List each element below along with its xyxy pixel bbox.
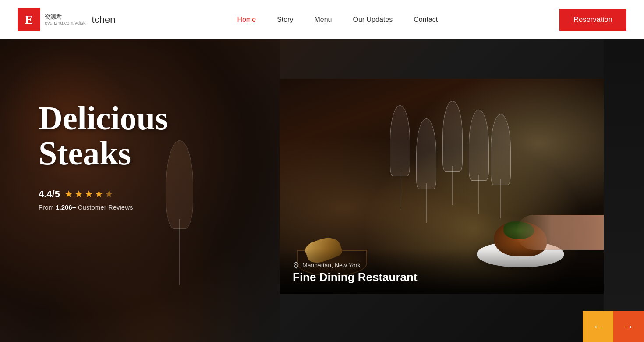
nav-link-home[interactable]: Home — [237, 16, 256, 23]
star-2: ★ — [74, 189, 83, 200]
card-glass-1 — [389, 105, 411, 219]
logo-text-block: 资源君 eyunzhu.com/vdisk — [45, 14, 86, 26]
hero-text-block: Delicious Steaks 4.4/5 ★ ★ ★ ★ ★ From 1,… — [39, 101, 168, 211]
hand-decoration — [516, 215, 604, 250]
nav-arrows: ← → — [583, 311, 644, 342]
logo[interactable]: E 资源君 eyunzhu.com/vdisk tchen — [18, 8, 115, 31]
star-rating: ★ ★ ★ ★ ★ — [64, 189, 113, 200]
nav-link-our-updates[interactable]: Our Updates — [353, 16, 393, 23]
nav-item-story[interactable]: Story — [277, 16, 293, 24]
reviews-suffix: Customer Reviews — [76, 203, 133, 211]
nav-item-home[interactable]: Home — [237, 16, 256, 24]
card-location: Manhattan, New York Fine Dining Restaura… — [280, 249, 604, 294]
card-location-name: Fine Dining Restaurant — [293, 271, 591, 284]
hero-title-line1: Delicious — [39, 100, 168, 136]
star-1: ★ — [64, 189, 73, 200]
hero-rating: 4.4/5 ★ ★ ★ ★ ★ — [39, 189, 168, 200]
logo-chinese: 资源君 — [45, 14, 86, 21]
reviews-prefix: From — [39, 203, 56, 211]
nav-link-story[interactable]: Story — [277, 16, 293, 23]
navbar: E 资源君 eyunzhu.com/vdisk tchen Home Story… — [0, 0, 644, 39]
bg-blob-3 — [44, 210, 263, 342]
hero-reviews: From 1,206+ Customer Reviews — [39, 203, 168, 211]
hero-title: Delicious Steaks — [39, 101, 168, 171]
nav-item-contact[interactable]: Contact — [414, 16, 438, 24]
nav-link-menu[interactable]: Menu — [314, 16, 332, 23]
hero-card: Manhattan, New York Fine Dining Restaura… — [280, 79, 604, 294]
hero-title-line2: Steaks — [39, 135, 131, 171]
card-location-row: Manhattan, New York — [293, 262, 591, 269]
next-arrow-button[interactable]: → — [613, 311, 644, 342]
reviews-count: 1,206+ — [56, 203, 76, 211]
nav-link-contact[interactable]: Contact — [414, 16, 438, 23]
logo-brand: tchen — [92, 14, 116, 25]
prev-arrow-button[interactable]: ← — [583, 311, 613, 342]
location-pin-icon — [293, 262, 300, 269]
logo-url: eyunzhu.com/vdisk — [45, 20, 86, 26]
star-3: ★ — [85, 189, 93, 200]
nav-links: Home Story Menu Our Updates Contact — [237, 16, 438, 24]
card-glass-3 — [442, 101, 464, 219]
card-glass-2 — [415, 118, 437, 219]
nav-item-our-updates[interactable]: Our Updates — [353, 16, 393, 24]
svg-point-0 — [295, 264, 297, 265]
reservation-button[interactable]: Reservation — [559, 9, 626, 31]
star-4: ★ — [95, 189, 103, 200]
star-5-half: ★ — [105, 189, 113, 200]
hero-right-strip — [604, 39, 644, 342]
logo-letter: E — [18, 8, 40, 31]
nav-item-menu[interactable]: Menu — [314, 16, 332, 24]
card-location-city: Manhattan, New York — [302, 262, 361, 269]
hero-section: Delicious Steaks 4.4/5 ★ ★ ★ ★ ★ From 1,… — [0, 39, 644, 342]
rating-score: 4.4/5 — [39, 189, 60, 200]
